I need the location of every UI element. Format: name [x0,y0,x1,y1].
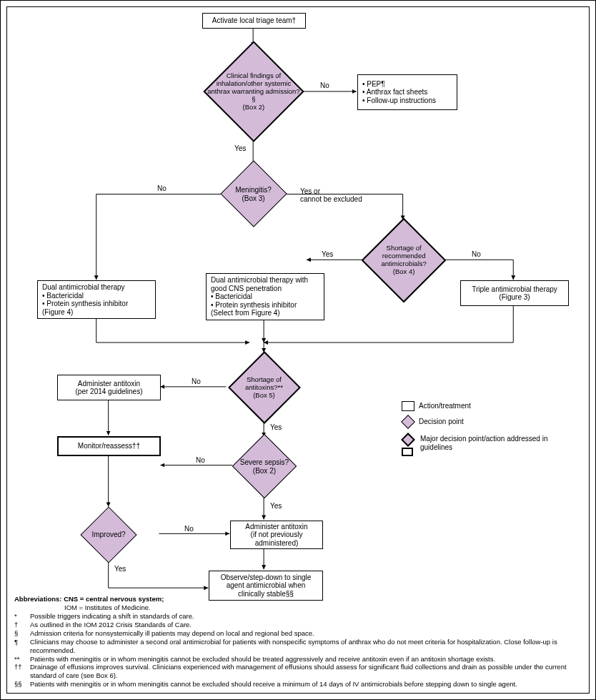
triple-text: Triple antimicrobial therapy (Figure 3) [472,285,557,302]
fn-dsec: Patients with meningitis or in whom meni… [30,680,517,689]
edge-yes-6: Yes [114,565,126,573]
d2-text: Meningitis? (Box 3) [222,186,286,202]
administer-antitoxin-box: Administer antitoxin (per 2014 guideline… [57,375,161,400]
decision-meningitis: Meningitis? (Box 3) [220,160,287,227]
monitor-reassess-box: Monitor/reassess†† [57,436,161,456]
dual-cns-box: Dual antimicrobial therapy with good CNS… [206,273,324,320]
footnotes: Abbreviations: CNS = central nervous sys… [14,595,582,689]
pep-box: PEP¶ Anthrax fact sheets Follow-up instr… [357,74,457,110]
dualcns-title: Dual antimicrobial therapy with good CNS… [211,276,319,292]
fn-dag: As outlined in the IOM 2012 Crisis Stand… [30,621,192,629]
dual-b: Protein synthesis inhibitor (Figure 4) [42,300,128,316]
legend-decision-icon [401,415,415,429]
decision-severe-sepsis: Severe sepsis? (Box 2) [232,434,297,499]
d1-text: Clinical findings of inhalation/other sy… [206,72,302,112]
edge-yes-3: Yes [322,250,333,258]
observe-text: Observe/step-down to single agent antimi… [214,573,318,598]
dual-title: Dual antimicrobial therapy [42,283,125,292]
dualcns-a: Bactericidal [211,292,297,301]
legend-major-dia-icon [401,433,415,447]
dualcns-b: Protein synthesis inhibitor (Select from… [211,301,297,317]
admin2-text: Administer antitoxin (if not previously … [235,523,318,548]
d6-text: Improved? [81,531,136,539]
edge-no-1: No [320,82,329,89]
admin1-text: Administer antitoxin (per 2014 guideline… [76,380,143,396]
legend-c: Major decision point/action addressed in… [420,435,559,452]
triple-box: Triple antimicrobial therapy (Figure 3) [460,280,569,306]
abbr: Abbreviations: CNS = central nervous sys… [14,595,164,603]
figure-frame: Activate local triage team† Clinical fin… [0,0,596,700]
pep-a: PEP¶ [362,80,436,89]
d4-text: Shortage of antitoxins?** (Box 5) [230,376,298,400]
legend: Action/treatment Decision point Major de… [402,400,559,459]
administer-antitoxin2-box: Administer antitoxin (if not previously … [230,521,323,549]
legend-action-icon [402,401,414,411]
dual-therapy-box: Dual antimicrobial therapy BactericidalP… [37,280,156,319]
abbr2: IOM = Institutes of Medicine. [64,603,582,612]
edge-yesor: Yes or cannot be excluded [300,187,362,203]
legend-major-box-icon [402,448,413,456]
fn-dstar: Patients with meningitis or in whom meni… [30,655,495,664]
decision-shortage-antitoxins: Shortage of antitoxins?** (Box 5) [228,351,301,424]
edge-yes-1: Yes [234,144,246,152]
d3-text: Shortage of recommended antimicrobials? … [364,245,444,276]
start-text: Activate local triage team† [212,16,296,25]
edge-no-4: No [192,378,201,385]
edge-no-5: No [196,456,205,464]
figure-inner: Activate local triage team† Clinical fin… [6,6,590,694]
start-box: Activate local triage team† [202,13,306,29]
pep-b: Anthrax fact sheets [362,88,436,97]
monitor-text: Monitor/reassess†† [78,442,140,450]
pep-c: Follow-up instructions [362,97,436,105]
d5-text: Severe sepsis? (Box 2) [234,458,296,475]
decision-admission: Clinical findings of inhalation/other sy… [203,41,304,142]
edge-no-6: No [184,525,194,533]
fn-ddag: Drainage of effusions improves survival.… [30,663,582,680]
legend-b: Decision point [419,418,464,425]
decision-shortage-antimicrobials: Shortage of recommended antimicrobials? … [362,218,447,303]
edge-no-2: No [157,184,167,192]
legend-a: Action/treatment [419,402,471,410]
fn-star: Possible triggers indicating a shift in … [30,612,194,621]
fn-sec: Admission criteria for nonsystemically i… [30,629,314,638]
decision-improved: Improved? [80,506,136,563]
edge-yes-4: Yes [270,423,282,431]
edge-no-3: No [472,250,481,258]
dual-a: Bactericidal [42,292,128,300]
edge-yes-5: Yes [270,502,282,510]
fn-para: Clinicians may choose to administer a se… [30,638,582,655]
